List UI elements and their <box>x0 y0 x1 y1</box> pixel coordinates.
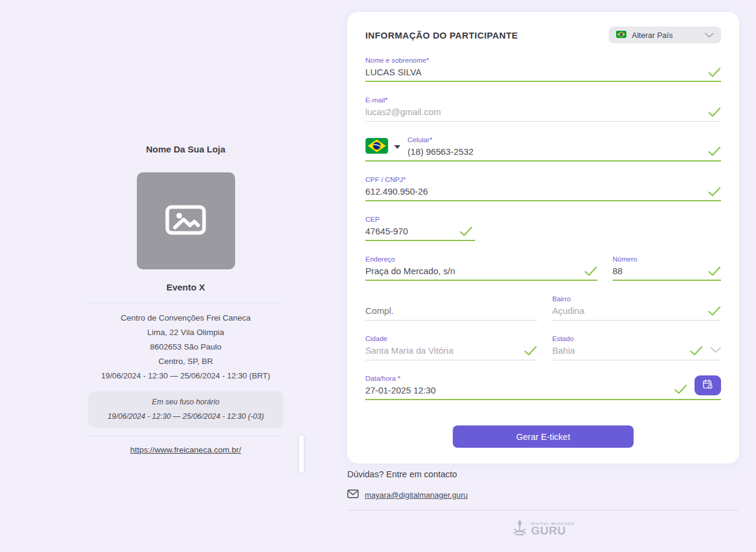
footer: Dúvidas? Entre em contacto mayara@digita… <box>347 469 739 539</box>
event-website: https://www.freicaneca.com.br/ <box>88 445 283 454</box>
scrollbar-thumb[interactable] <box>299 435 304 472</box>
name-input[interactable] <box>365 67 721 82</box>
check-icon <box>459 226 473 237</box>
check-icon <box>708 67 721 78</box>
complement-field-group <box>365 295 537 321</box>
check-icon <box>584 266 597 277</box>
phone-country-select[interactable] <box>365 138 400 160</box>
card-header: INFORMAÇÃO DO PARTICIPANTE Alterar País <box>365 27 721 43</box>
change-country-select[interactable]: Alterar País <box>609 27 721 43</box>
cep-label: CEP <box>365 216 475 224</box>
brazil-flag-icon <box>365 138 388 156</box>
brazil-flag-icon <box>616 31 626 40</box>
check-icon <box>674 384 687 395</box>
participant-form-card: INFORMAÇÃO DO PARTICIPANTE Alterar País … <box>347 12 739 463</box>
complement-input[interactable] <box>365 306 537 321</box>
divider <box>88 303 283 303</box>
contact-email-link[interactable]: mayara@digitalmanager.guru <box>365 491 468 500</box>
event-image-placeholder <box>137 172 235 269</box>
state-field-group: Estado <box>552 335 721 360</box>
check-icon <box>708 266 721 277</box>
email-field-group: E-mail* <box>365 96 721 122</box>
district-input[interactable] <box>552 306 721 321</box>
email-label: E-mail* <box>365 96 721 105</box>
form-title: INFORMAÇÃO DO PARTICIPANTE <box>365 30 518 40</box>
check-icon <box>524 345 537 356</box>
street-label: Endereço <box>365 256 597 264</box>
address-line: Centro, SP, BR <box>88 354 283 369</box>
complement-district-row: Bairro <box>365 295 721 335</box>
guru-figure-icon <box>512 518 528 539</box>
event-address-block: Centro de Convenções Frei Caneca Lima, 2… <box>88 311 283 383</box>
calendar-clock-icon <box>702 378 714 392</box>
timezone-title: Em seu fuso horário <box>93 398 279 406</box>
generate-eticket-button[interactable]: Gerar E-ticket <box>453 425 634 448</box>
phone-input[interactable] <box>408 147 721 160</box>
calendar-picker-button[interactable] <box>695 375 721 395</box>
city-label: Cidade <box>365 335 537 343</box>
datetime-field-group: Data/hora * <box>365 375 721 400</box>
address-line: Lima, 22 Vila Olimpia <box>88 325 283 340</box>
store-name: Nome Da Sua Loja <box>88 144 283 154</box>
street-input[interactable] <box>365 266 597 281</box>
email-input[interactable] <box>365 107 721 122</box>
city-state-row: Cidade Estado <box>365 335 721 375</box>
check-icon <box>708 146 721 157</box>
name-field-group: Nome e sobrenome* <box>365 57 721 82</box>
divider <box>88 436 283 436</box>
event-name: Evento X <box>88 282 283 292</box>
check-icon <box>690 345 703 356</box>
guru-logo-text: DIGITAL MANAGER GURU <box>531 522 575 536</box>
datetime-input[interactable] <box>365 386 721 400</box>
chevron-down-icon <box>705 31 714 40</box>
number-label: Número <box>613 256 721 264</box>
check-icon <box>708 306 721 316</box>
number-field-group: Número <box>613 256 721 281</box>
cep-input[interactable] <box>365 227 475 241</box>
check-icon <box>708 107 721 118</box>
city-input[interactable] <box>365 346 537 360</box>
logo-big-text: GURU <box>531 525 575 536</box>
timezone-box: Em seu fuso horário 19/06/2024 - 12:30 —… <box>88 391 283 428</box>
contact-row: mayara@digitalmanager.guru <box>347 489 739 501</box>
street-field-group: Endereço <box>365 256 597 281</box>
divider <box>347 510 739 510</box>
change-country-label: Alterar País <box>632 31 699 40</box>
number-input[interactable] <box>613 266 721 281</box>
cep-field-group: CEP <box>365 216 475 241</box>
envelope-icon <box>347 489 359 501</box>
event-dates: 19/06/2024 - 12:30 — 25/06/2024 - 12:30 … <box>88 369 283 383</box>
label-spacer <box>365 295 537 306</box>
datetime-label: Data/hora * <box>365 375 721 383</box>
phone-label: Celular* <box>408 136 721 145</box>
event-info-panel: Nome Da Sua Loja Evento X Centro de Conv… <box>88 0 283 454</box>
cpf-input[interactable] <box>365 187 721 201</box>
chevron-down-icon[interactable] <box>710 345 721 356</box>
image-placeholder-icon <box>160 194 212 248</box>
guru-logo: DIGITAL MANAGER GURU <box>347 518 739 539</box>
event-website-link[interactable]: https://www.freicaneca.com.br/ <box>130 445 241 454</box>
submit-row: Gerar E-ticket <box>365 425 721 448</box>
state-label: Estado <box>552 335 721 343</box>
phone-field-group: Celular* <box>365 136 721 162</box>
check-icon <box>708 186 721 197</box>
address-line: 8602653 São Paulo <box>88 340 283 354</box>
district-field-group: Bairro <box>552 295 721 321</box>
venue-name: Centro de Convenções Frei Caneca <box>88 311 283 325</box>
timezone-dates: 19/06/2024 - 12:30 — 25/06/2024 - 12:30 … <box>93 412 279 421</box>
cpf-label: CPF / CNPJ* <box>365 176 721 184</box>
cpf-field-group: CPF / CNPJ* <box>365 176 721 201</box>
name-label: Nome e sobrenome* <box>365 57 721 65</box>
district-label: Bairro <box>552 295 721 304</box>
street-number-row: Endereço Número <box>365 256 721 295</box>
caret-down-icon <box>394 145 400 149</box>
contact-heading: Dúvidas? Entre em contacto <box>347 469 739 479</box>
city-field-group: Cidade <box>365 335 537 360</box>
